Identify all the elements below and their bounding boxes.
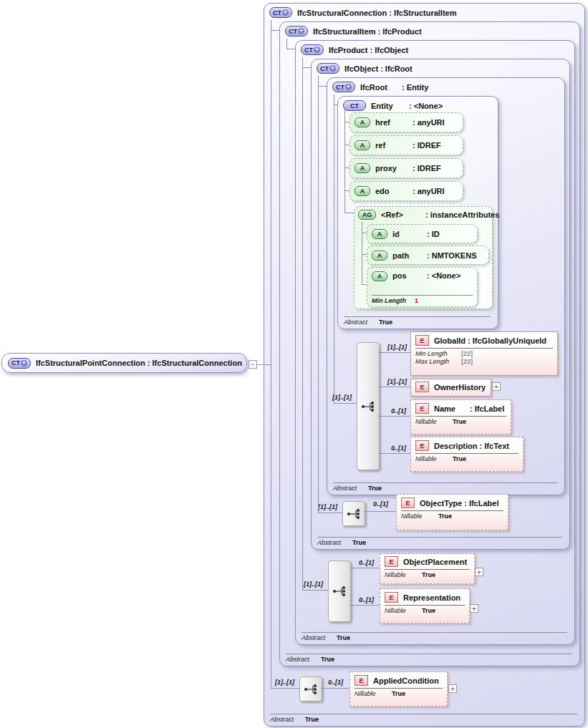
element-icon: E (415, 403, 429, 414)
expand-toggle[interactable]: + (470, 604, 478, 613)
expand-toggle[interactable]: + (475, 568, 483, 576)
connector-line (350, 568, 380, 568)
cardinality-objectplacement: 0..[1] (359, 559, 374, 566)
sequence-icon (304, 684, 318, 695)
plus-icon: + (21, 360, 27, 367)
element-globalid[interactable]: E GlobalId : IfcGloballyUniqueId Min Len… (410, 331, 558, 376)
complex-type-plus-icon: CT+ (301, 44, 324, 55)
nillable-facet: Nillable True (380, 607, 469, 615)
element-icon: E (415, 335, 429, 346)
element-description[interactable]: E Description : IfcText Nillable True (410, 437, 524, 472)
connector-line (271, 30, 279, 31)
connector-line (378, 453, 410, 454)
complex-type-plus-icon: CT+ (269, 7, 292, 18)
type-box-header: CT+ IfcStructuralConnection : IfcStructu… (269, 7, 457, 18)
expand-toggle[interactable]: + (448, 684, 457, 693)
connector-line (318, 513, 342, 513)
root-type-box-ifcstructuralpointconnection[interactable]: CT+ IfcStructuralPointConnection : IfcSt… (1, 353, 247, 373)
connector-line (334, 403, 357, 404)
type-name: IfcProduct : IfcObject (329, 46, 408, 54)
element-label: ObjectType : IfcLabel (420, 499, 498, 508)
attribute-path[interactable]: A path: NMTOKENS (367, 246, 489, 265)
divider (401, 510, 503, 511)
element-label: Representation (403, 593, 461, 602)
element-name[interactable]: E Name: IfcLabel Nillable True (410, 399, 511, 435)
element-icon: E (385, 556, 398, 567)
complex-type-plus-icon: CT+ (317, 63, 339, 74)
attribute-icon: A (355, 140, 370, 150)
sequence-icon (361, 401, 375, 412)
connector-line (362, 222, 362, 284)
nillable-facet: Nillable True (397, 513, 508, 520)
root-type-label: IfcStructuralPointConnection : IfcStruct… (36, 359, 242, 367)
attribute-label: proxy: IDREF (375, 164, 441, 173)
complex-type-icon: CT (343, 100, 366, 111)
element-header: E Representation (380, 589, 469, 604)
element-representation[interactable]: E Representation Nillable True (380, 588, 470, 623)
element-objecttype[interactable]: E ObjectType : IfcLabel Nillable True (396, 494, 509, 530)
connector-line (344, 213, 354, 213)
sequence-connector-ifcproduct[interactable] (328, 560, 351, 622)
attribute-label: pos: <None> (392, 271, 461, 280)
connector-line (318, 76, 319, 513)
type-name: IfcRoot: Entity (360, 83, 428, 92)
type-box-header: CT+ IfcRoot: Entity (332, 82, 428, 92)
connector-line (302, 57, 303, 590)
sequence-connector-ifcstructuralconnection[interactable] (299, 676, 322, 702)
abstract-facet: AbstractTrue (270, 714, 577, 723)
attribute-label: edo: anyURI (375, 187, 445, 195)
element-objectplacement[interactable]: E ObjectPlacement Nillable True (380, 553, 475, 584)
collapse-toggle[interactable]: − (249, 360, 257, 369)
attribute-ref[interactable]: A ref: IDREF (350, 135, 463, 155)
cardinality-sequence-connection: [1]..[1] (275, 679, 294, 686)
divider (415, 416, 506, 417)
type-name: Entity: <None> (371, 102, 443, 110)
attribute-id[interactable]: A id: ID (367, 224, 478, 243)
sequence-connector-ifcobject[interactable] (342, 501, 365, 526)
sequence-connector-ifcroot[interactable] (357, 342, 380, 470)
type-box-header: CT+ IfcObject : IfcRoot (317, 63, 413, 74)
connector-line (286, 39, 287, 49)
divider (385, 605, 465, 606)
sequence-icon (347, 508, 361, 520)
connector-line (362, 254, 367, 255)
connector-line (364, 511, 396, 512)
attribute-edo[interactable]: A edo: anyURI (350, 181, 463, 201)
xsd-diagram-canvas: CT+ IfcStructuralConnection : IfcStructu… (0, 0, 588, 728)
type-box-header: CT Entity: <None> (343, 100, 443, 111)
cardinality-appliedcondition: 0..[1] (328, 679, 343, 686)
connector-line (350, 605, 380, 606)
element-icon: E (401, 498, 415, 508)
attribute-proxy[interactable]: A proxy: IDREF (350, 158, 463, 178)
attribute-label: ref: IDREF (375, 141, 441, 150)
element-appliedcondition[interactable]: E AppliedCondition Nillable True (350, 671, 448, 707)
connector-line (271, 20, 271, 688)
element-header: E Description : IfcText (411, 437, 523, 452)
attribute-label: href: anyURI (375, 118, 445, 127)
type-name: IfcStructuralConnection : IfcStructuralI… (297, 9, 457, 17)
connector-line (344, 168, 350, 168)
attribute-group-label: <Ref>: instanceAttributes (381, 210, 499, 219)
cardinality-globalid: [1]..[1] (387, 344, 407, 351)
attribute-label: id: ID (392, 230, 440, 238)
element-ownerhistory[interactable]: E OwnerHistory (410, 379, 491, 397)
connector-line (302, 67, 311, 68)
connector-line (286, 49, 295, 49)
connector-line (334, 105, 337, 105)
expand-toggle[interactable]: + (492, 382, 501, 391)
attribute-pos[interactable]: A pos: <None> Min Length 1 (367, 267, 478, 307)
connector-line (302, 590, 328, 591)
connector-line (378, 387, 410, 387)
connector-line (334, 94, 334, 403)
abstract-facet: AbstractTrue (317, 537, 562, 546)
min-length-facet: Min Length 1 (372, 295, 473, 304)
attribute-href[interactable]: A href: anyURI (350, 112, 463, 132)
divider (415, 453, 519, 454)
cardinality-sequence-ifcroot: [1]..[1] (332, 394, 352, 401)
cardinality-representation: 0..[1] (359, 596, 374, 603)
divider (385, 569, 470, 570)
type-box-header: CT+ IfcStructuralItem : IfcProduct (285, 26, 422, 37)
connector-line (344, 122, 350, 122)
abstract-facet: AbstractTrue (302, 632, 567, 641)
nillable-facet: Nillable True (350, 690, 447, 698)
